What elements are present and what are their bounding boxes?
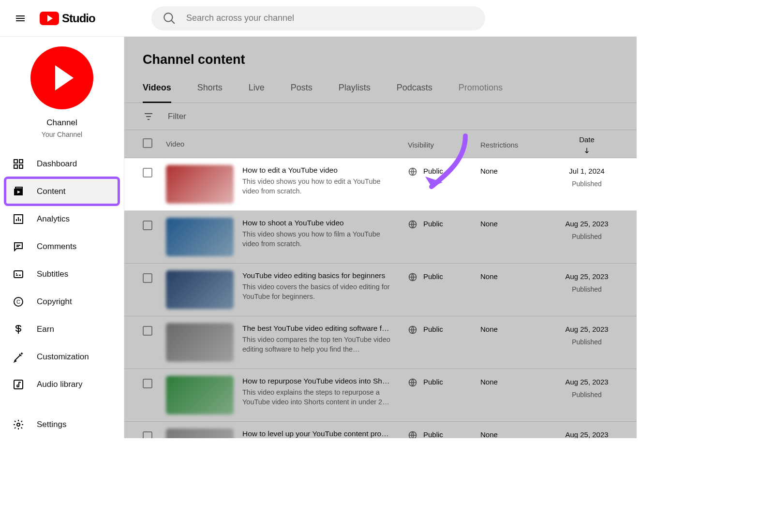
channel-sub-label: Your Channel: [42, 131, 82, 138]
row-checkbox[interactable]: [143, 221, 152, 230]
table-row[interactable]: YouTube video editing basics for beginne…: [124, 264, 637, 316]
app-header: Studio: [0, 0, 637, 37]
video-title: How to level up your YouTube content pro…: [242, 429, 392, 438]
date-status: Published: [572, 233, 602, 240]
date-value: Jul 1, 2024: [569, 167, 604, 175]
date-value: Aug 25, 2023: [565, 220, 608, 228]
row-checkbox[interactable]: [143, 326, 152, 336]
col-header-restrictions[interactable]: Restrictions: [480, 139, 555, 149]
video-description: This video shows you how to film a YouTu…: [242, 229, 392, 249]
search-box[interactable]: [151, 6, 485, 30]
video-thumbnail[interactable]: [166, 376, 234, 414]
sidebar-item-copyright[interactable]: C Copyright: [0, 288, 124, 315]
globe-icon: [408, 272, 417, 282]
visibility-value: Public: [423, 430, 443, 438]
video-description: This video shows you how to edit a YouTu…: [242, 177, 392, 196]
video-title: How to repurpose YouTube videos into Sh…: [242, 377, 392, 385]
row-checkbox[interactable]: [143, 273, 152, 283]
sidebar-item-label: Customization: [37, 352, 89, 362]
video-thumbnail[interactable]: [166, 218, 234, 256]
dashboard-icon: [13, 158, 24, 170]
sidebar-item-analytics[interactable]: Analytics: [0, 205, 124, 233]
sidebar-item-label: Audio library: [37, 380, 83, 389]
sidebar-item-label: Analytics: [37, 214, 70, 224]
sidebar-item-comments[interactable]: Comments: [0, 233, 124, 260]
row-checkbox[interactable]: [143, 379, 152, 388]
sidebar-item-dashboard[interactable]: Dashboard: [0, 150, 124, 177]
sidebar-item-content[interactable]: Content: [5, 177, 119, 205]
table-row[interactable]: How to edit a YouTube video This video s…: [124, 158, 637, 211]
restrictions-value: None: [480, 270, 555, 281]
globe-icon: [408, 167, 417, 177]
sidebar-item-settings[interactable]: Settings: [0, 411, 124, 438]
row-checkbox[interactable]: [143, 431, 152, 438]
date-status: Published: [572, 180, 602, 188]
filter-bar[interactable]: Filter: [124, 103, 637, 130]
date-value: Aug 25, 2023: [565, 378, 608, 386]
tab-shorts[interactable]: Shorts: [197, 83, 223, 103]
globe-icon: [408, 325, 417, 335]
visibility-value: Public: [423, 325, 443, 333]
hamburger-icon: [15, 13, 26, 24]
tab-videos[interactable]: Videos: [143, 83, 171, 103]
main-content: Channel content Videos Shorts Live Posts…: [124, 37, 637, 438]
video-description: This video covers the basics of video ed…: [242, 282, 392, 302]
select-all-checkbox[interactable]: [143, 138, 152, 148]
video-thumbnail[interactable]: [166, 270, 234, 309]
video-title: How to edit a YouTube video: [242, 166, 392, 175]
sidebar-item-audio-library[interactable]: Audio library: [0, 370, 124, 398]
svg-rect-3: [14, 271, 23, 278]
visibility-value: Public: [423, 272, 443, 281]
date-value: Aug 25, 2023: [565, 430, 608, 438]
tab-live[interactable]: Live: [249, 83, 265, 103]
table-row[interactable]: The best YouTube video editing software …: [124, 316, 637, 369]
tab-podcasts[interactable]: Podcasts: [397, 83, 432, 103]
date-status: Published: [572, 338, 602, 346]
filter-placeholder: Filter: [168, 112, 186, 121]
visibility-value: Public: [423, 378, 443, 386]
search-input[interactable]: [186, 13, 474, 23]
filter-icon: [143, 111, 154, 122]
channel-label: Channel: [46, 118, 77, 128]
sidebar-item-label: Settings: [37, 420, 66, 429]
row-checkbox[interactable]: [143, 168, 152, 177]
sidebar-item-subtitles[interactable]: Subtitles: [0, 260, 124, 288]
video-thumbnail[interactable]: [166, 323, 234, 362]
date-value: Aug 25, 2023: [565, 325, 608, 333]
content-tabs: Videos Shorts Live Posts Playlists Podca…: [124, 67, 637, 103]
sidebar-item-label: Content: [37, 187, 66, 196]
video-title: The best YouTube video editing software …: [242, 324, 392, 333]
restrictions-value: None: [480, 376, 555, 386]
content-icon: [13, 186, 24, 197]
sidebar-item-earn[interactable]: Earn: [0, 315, 124, 343]
page-title: Channel content: [124, 37, 637, 67]
video-thumbnail[interactable]: [166, 165, 234, 204]
col-header-video[interactable]: Video: [166, 140, 408, 148]
table-row[interactable]: How to level up your YouTube content pro…: [124, 422, 637, 438]
sidebar-item-label: Comments: [37, 242, 76, 251]
col-header-visibility[interactable]: Visibility: [408, 139, 480, 149]
tab-playlists[interactable]: Playlists: [339, 83, 371, 103]
table-row[interactable]: How to shoot a YouTube video This video …: [124, 211, 637, 264]
restrictions-value: None: [480, 218, 555, 228]
menu-button[interactable]: [10, 8, 31, 29]
sidebar-item-label: Earn: [37, 325, 54, 334]
channel-avatar-icon: [30, 46, 93, 109]
subtitles-icon: [13, 268, 24, 280]
logo-text: Studio: [62, 12, 95, 25]
globe-icon: [408, 220, 417, 229]
sort-down-icon: [583, 147, 591, 154]
audio-library-icon: [13, 379, 24, 390]
tab-posts[interactable]: Posts: [291, 83, 313, 103]
studio-logo[interactable]: Studio: [40, 12, 95, 25]
channel-block[interactable]: Channel Your Channel: [0, 46, 124, 150]
col-header-date[interactable]: Date: [555, 133, 618, 154]
comments-icon: [13, 241, 24, 252]
video-thumbnail[interactable]: [166, 429, 234, 438]
analytics-icon: [13, 213, 24, 225]
date-status: Published: [572, 391, 602, 399]
tab-promotions[interactable]: Promotions: [459, 83, 503, 103]
sidebar-item-customization[interactable]: Customization: [0, 343, 124, 370]
table-row[interactable]: How to repurpose YouTube videos into Sh……: [124, 369, 637, 422]
svg-rect-1: [15, 187, 22, 189]
